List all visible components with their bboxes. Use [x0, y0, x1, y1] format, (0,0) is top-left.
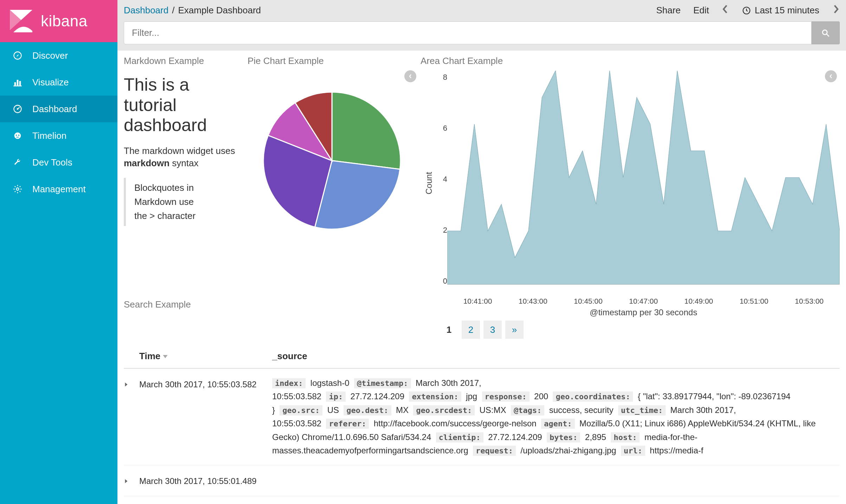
markdown-heading: This is a tutorial dashboard [124, 75, 243, 136]
area-xticks: 10:41:0010:43:0010:45:0010:47:0010:49:00… [447, 297, 840, 305]
time-prev-icon[interactable] [722, 4, 729, 17]
sidebar-item-management[interactable]: Management [0, 176, 117, 202]
svg-rect-7 [19, 81, 21, 86]
panel-search: Search Example 123» Time _source March 3… [124, 299, 840, 496]
breadcrumb-current: Example Dashboard [178, 5, 261, 16]
time-range[interactable]: Last 15 minutes [742, 5, 819, 16]
table-row: March 30th 2017, 10:55:01.489 [124, 465, 840, 496]
search-icon [821, 28, 830, 38]
panel-pie-title: Pie Chart Example [248, 56, 416, 66]
topbar: Dashboard / Example Dashboard Share Edit… [117, 0, 846, 51]
nav-label: Discover [32, 50, 68, 61]
brand-name: kibana [41, 12, 88, 30]
area-yticks: 86420 [437, 71, 447, 296]
sidebar-item-discover[interactable]: Discover [0, 42, 117, 69]
lion-icon [12, 130, 23, 141]
sidebar-item-dashboard[interactable]: Dashboard [0, 96, 117, 122]
gear-icon [12, 183, 23, 195]
markdown-paragraph: The markdown widget uses markdown syntax [124, 145, 243, 169]
panel-markdown: Markdown Example This is a tutorial dash… [124, 56, 243, 296]
nav-label: Visualize [32, 77, 69, 88]
kibana-logo-icon [10, 10, 32, 32]
table-header: Time _source [124, 347, 840, 369]
expand-row-icon[interactable] [124, 473, 139, 488]
cell-time: March 30th 2017, 10:55:01.489 [139, 473, 272, 488]
compass-icon [12, 50, 23, 61]
th-source[interactable]: _source [272, 351, 307, 362]
share-link[interactable]: Share [656, 5, 680, 16]
gauge-icon [12, 103, 23, 115]
table-body: March 30th 2017, 10:55:03.582index: logs… [124, 369, 840, 496]
panel-area-title: Area Chart Example [421, 56, 840, 66]
kibana-logo[interactable]: kibana [0, 0, 117, 42]
bar-chart-icon [12, 77, 23, 88]
sidebar-item-dev-tools[interactable]: Dev Tools [0, 149, 117, 176]
panel-markdown-title: Markdown Example [124, 56, 243, 66]
sort-desc-icon [162, 354, 168, 359]
svg-line-17 [827, 34, 829, 37]
pager: 123» [124, 321, 840, 339]
nav-label: Dashboard [32, 104, 77, 115]
clock-icon [742, 6, 751, 15]
breadcrumb-root[interactable]: Dashboard [124, 5, 168, 16]
breadcrumb-sep: / [172, 5, 174, 16]
area-ylabel: Count [424, 172, 434, 194]
time-next-icon[interactable] [832, 4, 840, 17]
svg-point-13 [18, 135, 20, 136]
time-range-label: Last 15 minutes [755, 5, 819, 16]
nav-label: Management [32, 184, 86, 195]
area-chart [447, 71, 840, 296]
svg-point-14 [17, 188, 19, 190]
nav-label: Dev Tools [32, 157, 72, 168]
page-3[interactable]: 3 [483, 321, 502, 339]
th-time[interactable]: Time [139, 351, 272, 362]
svg-point-11 [14, 133, 21, 139]
nav-label: Timelion [32, 130, 66, 141]
svg-rect-6 [17, 80, 19, 85]
pie-chart [262, 90, 402, 231]
svg-point-16 [822, 30, 827, 34]
panel-area: Area Chart Example Count 86420 10:41:001… [421, 56, 840, 296]
sidebar-item-visualize[interactable]: Visualize [0, 69, 117, 96]
markdown-blockquote: Blockquotes in Markdown use the > charac… [124, 178, 205, 226]
filter-search-button[interactable] [812, 21, 840, 44]
area-xlabel: @timestamp per 30 seconds [447, 308, 840, 317]
cell-source [272, 473, 840, 488]
edit-link[interactable]: Edit [693, 5, 709, 16]
filter-input[interactable] [124, 21, 812, 44]
panel-collapse-left-icon[interactable] [404, 70, 416, 82]
table-row: March 30th 2017, 10:55:03.582index: logs… [124, 369, 840, 465]
sidebar-item-timelion[interactable]: Timelion [0, 122, 117, 149]
wrench-icon [12, 157, 23, 168]
cell-time: March 30th 2017, 10:55:03.582 [139, 376, 272, 457]
page-2[interactable]: 2 [462, 321, 480, 339]
svg-rect-5 [14, 82, 16, 85]
page-next[interactable]: » [505, 321, 524, 339]
cell-source: index: logstash-0 @timestamp: March 30th… [272, 376, 840, 457]
svg-point-12 [16, 135, 17, 136]
nav: DiscoverVisualizeDashboardTimelionDev To… [0, 42, 117, 202]
breadcrumb: Dashboard / Example Dashboard [124, 5, 261, 16]
page-1[interactable]: 1 [440, 321, 458, 339]
svg-point-10 [17, 108, 19, 110]
expand-row-icon[interactable] [124, 376, 139, 457]
sidebar: kibana DiscoverVisualizeDashboardTimelio… [0, 0, 117, 504]
panel-pie: Pie Chart Example [248, 56, 416, 296]
main: Dashboard / Example Dashboard Share Edit… [117, 0, 846, 504]
